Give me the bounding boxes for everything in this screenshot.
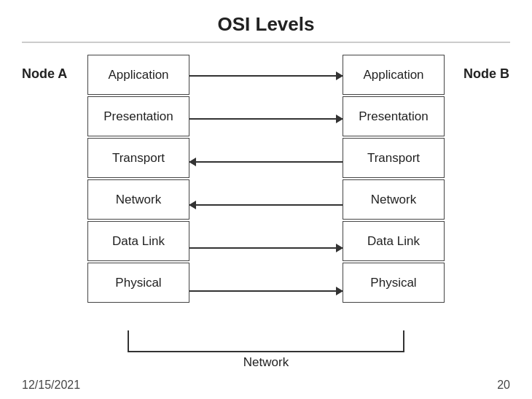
left-layers: Application Presentation Transport Netwo… — [87, 55, 189, 304]
arrow-physical — [189, 270, 343, 311]
right-layer-network: Network — [343, 179, 445, 220]
left-layer-network: Network — [87, 179, 189, 220]
arrow-transport — [189, 141, 343, 182]
left-layer-presentation: Presentation — [87, 96, 189, 136]
left-vertical-line — [128, 330, 129, 352]
right-layer-physical: Physical — [343, 263, 445, 303]
left-layer-transport: Transport — [87, 138, 189, 178]
node-a-label: Node A — [22, 61, 69, 82]
right-layer-transport: Transport — [343, 138, 445, 178]
arrow-network — [189, 184, 343, 225]
left-layer-application: Application — [87, 55, 189, 95]
footer-date: 12/15/2021 — [22, 379, 80, 392]
node-b-label: Node B — [463, 61, 510, 82]
left-layer-data-link: Data Link — [87, 221, 189, 261]
arrow-presentation — [189, 98, 343, 139]
right-layers: Application Presentation Transport Netwo… — [343, 55, 445, 304]
right-vertical-line — [403, 330, 404, 352]
horizontal-bottom-line — [128, 351, 404, 352]
right-layer-data-link: Data Link — [343, 221, 445, 261]
right-layer-application: Application — [343, 55, 445, 95]
footer-page: 20 — [497, 379, 510, 392]
left-layer-physical: Physical — [87, 263, 189, 303]
arrow-application — [189, 55, 343, 96]
bottom-line-container — [84, 329, 448, 352]
page-title: OSI Levels — [0, 0, 532, 42]
right-layer-presentation: Presentation — [343, 96, 445, 136]
footer: 12/15/2021 20 — [22, 379, 510, 392]
arrow-data-link — [189, 227, 343, 268]
bottom-network-section: Network — [0, 329, 532, 370]
network-bottom-label: Network — [243, 355, 289, 370]
arrows-column — [189, 55, 343, 313]
